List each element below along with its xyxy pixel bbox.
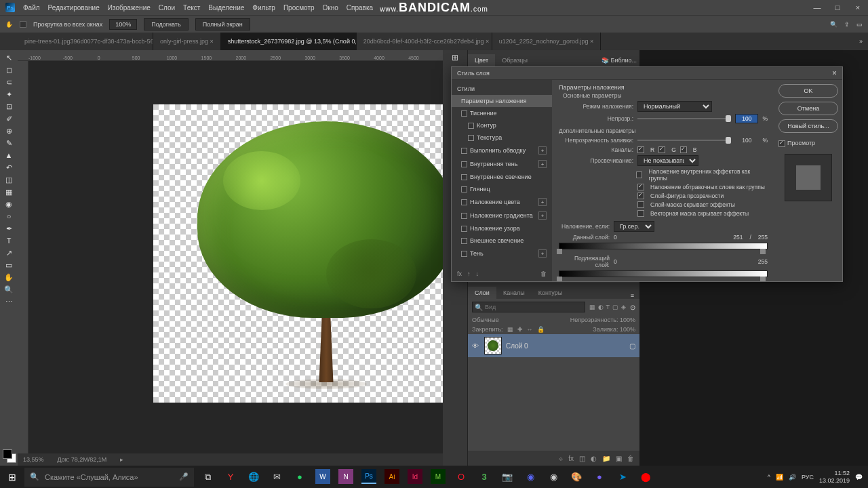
app-photoshop[interactable]: Ps (361, 469, 376, 484)
style-cb-10[interactable] (461, 238, 467, 244)
style-delete-icon[interactable]: 🗑 (540, 270, 547, 277)
ok-button[interactable]: OK (778, 84, 838, 98)
start-button[interactable]: ⊞ (0, 466, 24, 488)
window-close[interactable]: × (848, 0, 868, 15)
opacity-value[interactable]: 100% (620, 317, 635, 323)
style-item-3[interactable]: Выполнить обводку+ (452, 144, 552, 157)
style-item-9[interactable]: Наложение узора (452, 222, 552, 235)
blending-options-item[interactable]: Параметры наложения (452, 95, 552, 107)
cb-layer-mask-hides[interactable] (637, 201, 644, 208)
style-add-3[interactable]: + (538, 146, 547, 155)
layer-thumbnail[interactable] (484, 337, 502, 354)
mic-icon[interactable]: 🎤 (179, 472, 189, 481)
app-muse[interactable]: M (431, 469, 446, 484)
path-tool[interactable]: ↗ (0, 247, 18, 259)
channel-r[interactable] (637, 146, 644, 153)
lock-all-icon[interactable]: 🔒 (537, 326, 545, 333)
app-illustrator[interactable]: Ai (384, 469, 399, 484)
filter-icon[interactable]: 🔍 (475, 304, 483, 311)
group-icon[interactable]: 📁 (602, 455, 610, 462)
filter-smart-icon[interactable]: ◈ (621, 304, 626, 310)
menu-text[interactable]: Текст (183, 4, 200, 12)
menu-image[interactable]: Изображение (108, 4, 151, 12)
share-icon[interactable]: ⇪ (844, 21, 850, 28)
hand-tool-icon[interactable]: ✋ (5, 21, 13, 28)
style-item-2[interactable]: Текстура (452, 131, 552, 144)
foreground-color[interactable] (3, 449, 12, 459)
tab-channels[interactable]: Каналы (496, 287, 532, 299)
style-cb-6[interactable] (461, 186, 467, 192)
search-icon[interactable]: 🔍 (830, 21, 837, 28)
delete-layer-icon[interactable]: 🗑 (627, 455, 634, 462)
app-onenote[interactable]: N (338, 469, 353, 484)
app-opera[interactable]: O (450, 466, 472, 488)
opacity-input[interactable]: 100 (735, 114, 758, 123)
style-cb-9[interactable] (461, 226, 467, 232)
app-figma[interactable]: ◉ (542, 466, 564, 488)
panel-icon-1[interactable]: ⊞ (452, 53, 458, 62)
app-camera[interactable]: 📷 (496, 466, 518, 488)
status-arrow-icon[interactable]: ▸ (120, 456, 123, 463)
tab-color[interactable]: Цвет (468, 54, 495, 66)
tool-overflow[interactable]: ⋯ (0, 296, 18, 308)
filter-type-icon[interactable]: T (606, 304, 610, 310)
tab-paths[interactable]: Контуры (532, 287, 569, 299)
style-item-11[interactable]: Тень+ (452, 247, 552, 260)
cb-vector-mask-hides[interactable] (637, 210, 644, 217)
color-swatches[interactable] (0, 447, 18, 466)
fx-icon[interactable]: fx (457, 270, 462, 277)
style-cb-8[interactable] (461, 213, 467, 219)
app-yandex[interactable]: Y (220, 466, 241, 488)
menu-edit[interactable]: Редактирование (48, 4, 100, 12)
doc-tab-1[interactable]: only-girl-press.jpg × (153, 33, 221, 50)
pen-tool[interactable]: ✒ (0, 222, 18, 235)
tab-layers[interactable]: Слои (468, 287, 496, 299)
canvas[interactable] (153, 104, 443, 403)
filter-toggle[interactable]: ⊙ (630, 304, 635, 311)
style-item-5[interactable]: Внутреннее свечение (452, 171, 552, 183)
zoom-level[interactable]: 100% (109, 19, 137, 30)
channel-g[interactable] (658, 146, 665, 153)
tab-overflow-icon[interactable]: » (854, 38, 868, 45)
app-record[interactable]: ⬤ (635, 466, 656, 488)
style-cb-0[interactable] (461, 110, 467, 117)
adjustment-layer-icon[interactable]: ◐ (591, 455, 597, 462)
style-item-0[interactable]: Тиснение (452, 107, 552, 119)
healing-tool[interactable]: ⊕ (0, 125, 18, 137)
cb-inner-effects[interactable] (636, 171, 643, 178)
eyedropper-tool[interactable]: ✐ (0, 113, 18, 125)
workspace-icon[interactable]: ▭ (856, 21, 863, 28)
status-zoom[interactable]: 13,55% (23, 456, 44, 463)
lock-pixels-icon[interactable]: ▦ (507, 326, 513, 333)
blendif-select[interactable]: Гр.сер. (614, 221, 654, 232)
app-mail[interactable]: ✉ (266, 466, 288, 488)
marquee-tool[interactable]: ◻ (0, 64, 18, 76)
eraser-tool[interactable]: ◫ (0, 174, 18, 186)
filter-pixel-icon[interactable]: ▦ (589, 304, 595, 310)
fill-value[interactable]: 100% (620, 326, 635, 333)
style-cb-4[interactable] (461, 161, 467, 167)
filter-shape-icon[interactable]: ▢ (612, 304, 618, 310)
tray-up-icon[interactable]: ^ (768, 474, 770, 481)
link-layers-icon[interactable]: ⟐ (559, 455, 563, 462)
scroll-all-checkbox[interactable] (20, 21, 26, 28)
lock-artboard-icon[interactable]: ↔ (527, 326, 533, 333)
style-item-6[interactable]: Глянец (452, 183, 552, 195)
crop-tool[interactable]: ⊡ (0, 100, 18, 113)
style-add-4[interactable]: + (538, 160, 547, 168)
wand-tool[interactable]: ✦ (0, 88, 18, 100)
app-whatsapp[interactable]: ● (289, 466, 311, 488)
style-item-1[interactable]: Контур (452, 119, 552, 131)
window-minimize[interactable]: — (807, 0, 827, 15)
doc-tab-3[interactable]: 20db6bcd-6fef-400d-b3f2-cce26b27deb4.jpg… (357, 33, 492, 50)
dodge-tool[interactable]: ○ (0, 210, 18, 222)
opacity-slider[interactable] (637, 115, 731, 123)
layer-name[interactable]: Слой 0 (506, 342, 528, 350)
cortana-search[interactable]: 🔍 Скажите «Слушай, Алиса» 🎤 (24, 468, 194, 487)
lasso-tool[interactable]: ⊂ (0, 76, 18, 88)
style-cb-3[interactable] (461, 148, 467, 154)
hand-tool[interactable]: ✋ (0, 271, 18, 283)
layer-props-icon[interactable]: ▢ (629, 342, 635, 350)
fit-screen-button[interactable]: Подогнать (144, 18, 188, 30)
blend-mode-select[interactable]: Обычные (472, 317, 499, 323)
